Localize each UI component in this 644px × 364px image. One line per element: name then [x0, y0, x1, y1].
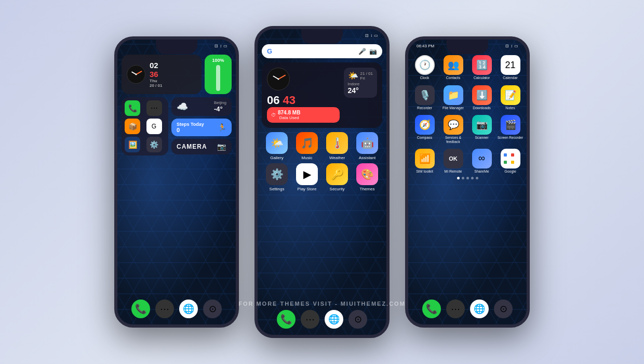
- weather-city: Beijing: [214, 100, 226, 105]
- p3-shareme-label: ShareMe: [474, 170, 489, 174]
- p3-app-google[interactable]: Google: [497, 147, 524, 175]
- dock-3-camera[interactable]: ⊙: [494, 300, 513, 318]
- phone-1-dock: 📞 ⋯ 🌐 ⊙: [131, 300, 222, 318]
- p3-app-notes[interactable]: 📝 Notes: [497, 84, 524, 112]
- app-themes[interactable]: 🎨 Themes: [356, 163, 378, 191]
- p3-compass-icon: 🧭: [415, 115, 435, 135]
- dock-2-chrome[interactable]: 🌐: [325, 310, 343, 329]
- app-icon-settings[interactable]: ⚙️: [146, 137, 162, 152]
- camera-widget[interactable]: CAMERA 📷: [171, 139, 232, 154]
- app-icon-menu[interactable]: ⋯: [146, 100, 162, 116]
- weather-label: Weather: [329, 155, 345, 160]
- p3-app-shareme[interactable]: ∞ ShareMe: [468, 147, 495, 175]
- mic-icon[interactable]: 🎤: [358, 48, 366, 55]
- search-left: G: [267, 47, 272, 55]
- app-weather[interactable]: 🌡️ Weather: [326, 132, 348, 160]
- p3-app-mi-remote[interactable]: OK Mi Remote: [440, 147, 466, 175]
- dock-camera[interactable]: ⊙: [203, 300, 222, 318]
- p3-app-calendar[interactable]: 21 Calendar: [497, 54, 524, 82]
- phone-3-screen: 06:43 PM ⊡ ↕ ▭ 🕐 Clock 👥 Contacts: [408, 40, 527, 324]
- app-icon-files[interactable]: 📦: [125, 119, 140, 134]
- p3-clock-label: Clock: [420, 76, 430, 80]
- p2-clock-section: 06 43 ⏱ 874.8 MB Data Used: [267, 68, 340, 123]
- battery-fill: [216, 65, 220, 91]
- data-used-icon: ⏱: [271, 112, 276, 118]
- steps-count: 0: [177, 127, 204, 133]
- app-playstore[interactable]: ▶ Play Store: [296, 163, 318, 191]
- p3-app-downloads[interactable]: ⬇️ Downloads: [468, 84, 495, 112]
- p2-weather-city: Indore: [348, 82, 373, 86]
- app-security[interactable]: 🔑 Security: [326, 163, 348, 191]
- dock-2-menu[interactable]: ⋯: [301, 310, 319, 329]
- p3-scanner-icon: 📷: [472, 115, 492, 135]
- p2-minute: 43: [283, 94, 296, 107]
- p3-app-recorder[interactable]: 🎙️ Recorder: [411, 84, 438, 112]
- page-dots: [411, 177, 524, 179]
- security-label: Security: [330, 187, 345, 191]
- p3-app-clock[interactable]: 🕐 Clock: [411, 54, 438, 82]
- weather-widget: ☁️ Beijing -4°: [171, 97, 232, 116]
- p3-files-icon: 📁: [444, 85, 463, 105]
- p3-app-services[interactable]: 💬 Services & feedback: [440, 113, 466, 145]
- weather-temp: -4°: [214, 105, 226, 113]
- p3-app-calculator[interactable]: 🔢 Calculator: [468, 54, 495, 82]
- p3-app-scanner[interactable]: 📷 Scanner: [468, 113, 495, 145]
- phone-2-status-icons: ⊡ ↕ ▭: [365, 33, 378, 38]
- app-music[interactable]: 🎵 Music: [296, 132, 318, 160]
- p3-app-contacts[interactable]: 👥 Contacts: [440, 54, 466, 82]
- phone-2-status-bar: ⊡ ↕ ▭: [258, 29, 386, 40]
- p3-files-label: File Manager: [442, 106, 464, 110]
- dock-2-phone[interactable]: 📞: [277, 310, 296, 329]
- dock-3-chrome[interactable]: 🌐: [470, 300, 489, 318]
- clock-widget: 02 36 Thu 20 / 01: [122, 55, 202, 94]
- phone-3-status-icons: ⊡ ↕ ▭: [505, 44, 518, 48]
- app-icon-phone[interactable]: 📞: [125, 100, 140, 116]
- dock-phone[interactable]: 📞: [131, 300, 150, 318]
- p3-services-label: Services & feedback: [440, 136, 466, 143]
- right-widgets: ☁️ Beijing -4° Steps Today 0 🏃: [171, 97, 232, 155]
- dock-3-phone[interactable]: 📞: [422, 300, 441, 318]
- p3-notes-label: Notes: [505, 106, 515, 110]
- app-icon-google[interactable]: G: [146, 119, 162, 134]
- weather-icon: ☁️: [177, 101, 188, 112]
- app-icon-gallery[interactable]: 🖼️: [125, 137, 140, 152]
- p3-app-screen-recorder[interactable]: 🎬 Screen Recorder: [497, 113, 524, 145]
- phone-3-dock: 📞 ⋯ 🌐 ⊙: [422, 300, 513, 318]
- p3-screen-recorder-label: Screen Recorder: [498, 136, 523, 139]
- settings-icon: ⚙️: [266, 163, 288, 185]
- app-gallery[interactable]: 🌤️ Gallery: [266, 132, 288, 160]
- apps-grid: 📞 ⋯ 📦 G 🖼️ ⚙️: [125, 100, 165, 152]
- dock-menu[interactable]: ⋯: [155, 300, 174, 318]
- p2-weather-temp: 24°: [348, 86, 373, 95]
- app-assistant[interactable]: 🤖 Assistant: [356, 132, 378, 160]
- p3-app-sim[interactable]: 📶 SIM toolkit: [411, 147, 438, 175]
- phone-3: 06:43 PM ⊡ ↕ ▭ 🕐 Clock 👥 Contacts: [405, 36, 530, 328]
- phone-1-screen: ⊡ ↕ ▭ 02 36: [117, 40, 236, 324]
- p3-contacts-icon: 👥: [444, 55, 463, 75]
- lens-icon[interactable]: 📷: [369, 48, 377, 55]
- p3-app-files[interactable]: 📁 File Manager: [440, 84, 466, 112]
- search-bar[interactable]: G 🎤 📷: [262, 44, 382, 58]
- phone-3-status-bar: 06:43 PM ⊡ ↕ ▭: [408, 40, 527, 50]
- steps-icon: 🏃: [218, 123, 226, 132]
- data-label: Data Used: [278, 115, 300, 120]
- dock-chrome[interactable]: 🌐: [179, 300, 198, 318]
- clock-hour: 02: [150, 61, 162, 70]
- phone-2-screen: ⊡ ↕ ▭ G 🎤 📷: [258, 29, 386, 335]
- clock-text: 02 36 Thu 20 / 01: [150, 61, 162, 88]
- app-settings[interactable]: ⚙️ Settings: [266, 163, 288, 191]
- p2-clock-face-wrapper: [267, 68, 340, 90]
- p2-apps-row-1: 🌤️ Gallery 🎵 Music 🌡️ Weather 🤖 Assistan…: [262, 132, 382, 160]
- data-amount: 874.8 MB: [278, 110, 300, 115]
- data-info: 874.8 MB Data Used: [278, 110, 300, 120]
- phone-1-status-icons: ⊡ ↕ ▭: [214, 44, 227, 48]
- gallery-label: Gallery: [270, 155, 283, 160]
- p3-sim-icon: 📶: [415, 149, 435, 168]
- dock-2-camera[interactable]: ⊙: [348, 310, 367, 329]
- p3-downloads-label: Downloads: [473, 106, 491, 110]
- dock-3-menu[interactable]: ⋯: [446, 300, 465, 318]
- phone-2: ⊡ ↕ ▭ G 🎤 📷: [254, 26, 390, 338]
- google-logo: G: [267, 47, 272, 55]
- p3-app-compass[interactable]: 🧭 Compass: [411, 113, 438, 145]
- phones-container: FOR MORE THEMES VISIT - MIUITHEMEZ.COM ⊡…: [114, 26, 530, 338]
